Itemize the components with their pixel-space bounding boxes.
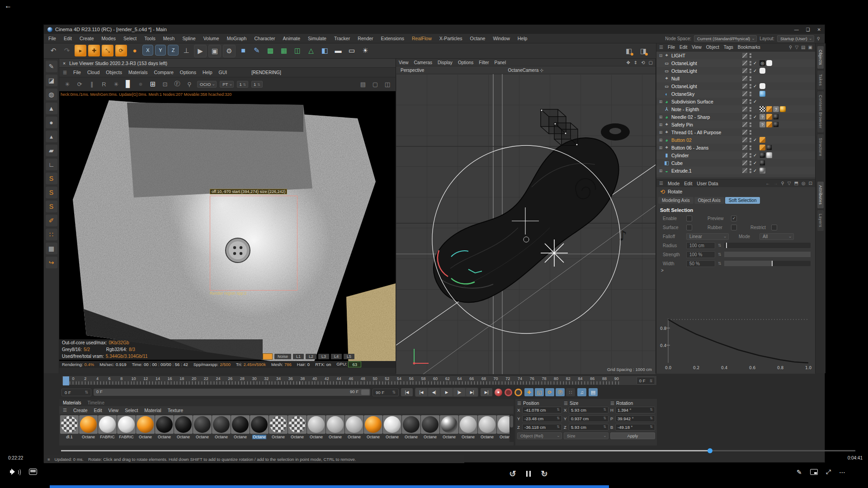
object-name[interactable]: Safety Pin	[671, 122, 693, 127]
object-tag-icon[interactable]	[760, 137, 765, 143]
autokey-button[interactable]	[505, 389, 512, 396]
gear-icon[interactable]: ✳	[112, 80, 121, 89]
pla-record-toggle[interactable]: ∷	[566, 388, 575, 396]
dock-tab[interactable]: Objects	[817, 46, 824, 69]
material-item[interactable]: Octane	[174, 415, 193, 440]
spline-badge-icon[interactable]: S	[46, 201, 57, 212]
surface-checkbox[interactable]	[686, 225, 692, 230]
settings-icon[interactable]: ✳	[63, 80, 72, 89]
pause-render-icon[interactable]: ∥	[87, 80, 96, 89]
menu-item[interactable]: Compare	[154, 70, 174, 75]
material-preview[interactable]	[326, 415, 344, 434]
visibility-dots[interactable]	[750, 53, 751, 55]
visibility-dots[interactable]	[750, 84, 751, 86]
menu-item[interactable]: MoGraph	[227, 36, 247, 41]
menu-item[interactable]: Modes	[102, 36, 116, 41]
layer-toggle[interactable]	[742, 84, 747, 89]
object-name[interactable]: Button 02	[671, 137, 692, 143]
material-preview[interactable]	[136, 415, 155, 434]
floor-icon[interactable]: ▬	[332, 45, 344, 56]
render-layer-button[interactable]: L1	[293, 354, 304, 359]
region-icon[interactable]: R	[99, 80, 108, 89]
menu-item[interactable]: Filter	[479, 60, 489, 65]
object-tag-icon[interactable]	[766, 152, 772, 158]
enabled-check[interactable]: ✓	[753, 168, 757, 173]
scale-tool-icon[interactable]: ⤡	[102, 45, 113, 56]
object-name[interactable]: Needle 02 - Sharp	[671, 114, 710, 120]
save-image-icon[interactable]: ▤	[359, 80, 368, 89]
material-preview[interactable]	[288, 415, 307, 434]
object-name[interactable]: Cylinder	[671, 153, 689, 158]
object-tag-icon[interactable]	[773, 122, 779, 127]
lock-resolution-icon[interactable]: ▊	[124, 80, 133, 89]
material-preview[interactable]	[212, 415, 231, 434]
object-row[interactable]: ⊞ ⌖ Thread 01 - All Purpose ✓	[656, 128, 815, 136]
viewport-canvas[interactable]: ♪	[396, 74, 656, 374]
dock-tab[interactable]: Layers	[817, 210, 824, 231]
add-cube-icon[interactable]: ■	[237, 45, 249, 56]
lock-icon[interactable]: ⬒	[794, 181, 798, 186]
play-button[interactable]: ▶	[441, 388, 453, 396]
object-tag-icon[interactable]	[760, 68, 765, 74]
material-item[interactable]: Octane	[402, 415, 420, 440]
material-preview[interactable]	[98, 415, 117, 434]
deformer-icon[interactable]: ◧	[319, 45, 330, 56]
render-region-box[interactable]	[210, 196, 297, 291]
hamburger-icon[interactable]: ☰	[564, 401, 568, 406]
live-selection-icon[interactable]: ▸	[75, 45, 86, 56]
menu-item[interactable]: Object	[706, 45, 719, 50]
material-item[interactable]: Octane	[364, 415, 382, 440]
material-item[interactable]: Octane	[136, 415, 155, 440]
menu-item[interactable]: Window	[493, 36, 509, 41]
curve-expander[interactable]: >	[656, 268, 815, 273]
section-title[interactable]: Soft Selection	[656, 205, 815, 214]
lock-cell-icon[interactable]: ▦	[46, 243, 57, 254]
ocio-dropdown[interactable]: OCIO	[197, 81, 217, 88]
transcript-icon[interactable]	[29, 469, 37, 475]
pin-icon[interactable]: ⚲	[185, 80, 194, 89]
coordinate-field[interactable]: -23.48 cm⇅	[522, 415, 562, 422]
node-space-dropdown[interactable]: Current (Standard/Physical)	[694, 35, 757, 42]
material-preview[interactable]	[459, 415, 477, 434]
strength-field[interactable]: 100 %	[686, 251, 715, 258]
mode-dropdown[interactable]: All	[760, 233, 794, 240]
volume-icon[interactable]	[10, 468, 19, 475]
material-item[interactable]: dl.1	[60, 415, 79, 440]
move-tool-icon[interactable]: ✚	[88, 45, 100, 56]
menu-item[interactable]: View	[692, 45, 702, 50]
expand-toggle[interactable]: ⊞	[658, 122, 663, 127]
rotate-view-icon[interactable]: ⟲	[641, 60, 645, 65]
prev-key-button[interactable]: |◀	[415, 388, 427, 396]
frame-field-right[interactable]: 0 F⇅	[637, 377, 655, 385]
material-preview[interactable]	[383, 415, 401, 434]
material-preview[interactable]	[155, 415, 174, 434]
spinner-field[interactable]: 1 ⇅	[251, 81, 263, 88]
material-preview[interactable]	[231, 415, 250, 434]
object-row[interactable]: ⊞ ⌖ Button 06 - Jeans ✓	[656, 144, 815, 151]
object-tag-icon[interactable]	[760, 114, 765, 120]
close-button[interactable]: ✕	[817, 27, 821, 32]
dock-tab[interactable]: Structure	[817, 134, 824, 160]
interface-right-icon[interactable]: ◨	[637, 45, 649, 57]
material-preview[interactable]	[79, 415, 98, 434]
render-picture-viewer-icon[interactable]: ▣	[208, 45, 221, 57]
close-icon[interactable]: ×	[63, 61, 66, 66]
material-preview[interactable]	[269, 415, 288, 434]
material-preview[interactable]	[478, 415, 496, 434]
object-tag-icon[interactable]	[760, 91, 765, 97]
radius-field[interactable]: 100 cm	[686, 242, 715, 249]
hamburger-icon[interactable]: ☰	[63, 70, 67, 75]
material-item[interactable]: Octane	[212, 415, 231, 440]
pan-view-icon[interactable]: ✥	[626, 60, 630, 65]
enabled-check[interactable]: ✓	[753, 114, 757, 119]
rotation-record-toggle[interactable]: ⟳	[545, 388, 554, 396]
coordinate-field[interactable]: -41.078 cm⇅	[522, 407, 562, 413]
object-tag-icon[interactable]	[760, 152, 765, 158]
falloff-curve[interactable]: 0.8 0.4 0.00.20.40.60.81.0	[659, 315, 812, 373]
menu-item[interactable]: Mode	[668, 181, 679, 186]
forward-30-button[interactable]: ↻30	[539, 468, 550, 479]
expand-toggle[interactable]: ⊞	[658, 115, 663, 119]
menu-item[interactable]: File	[668, 45, 675, 50]
menu-item[interactable]: Tracker	[334, 36, 350, 41]
material-item[interactable]: Octane	[79, 415, 98, 440]
